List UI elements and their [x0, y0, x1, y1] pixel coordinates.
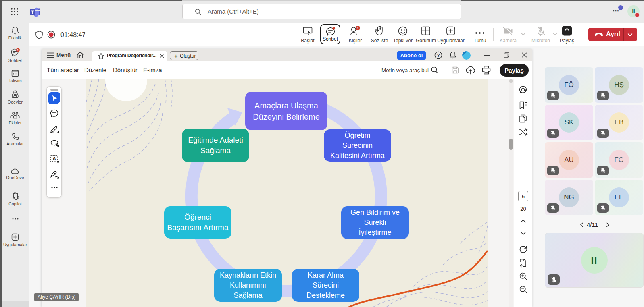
svg-text:A: A: [52, 156, 56, 162]
svg-text:?: ?: [437, 53, 440, 58]
svg-text:1: 1: [17, 48, 19, 52]
svg-text:1: 1: [357, 26, 359, 30]
